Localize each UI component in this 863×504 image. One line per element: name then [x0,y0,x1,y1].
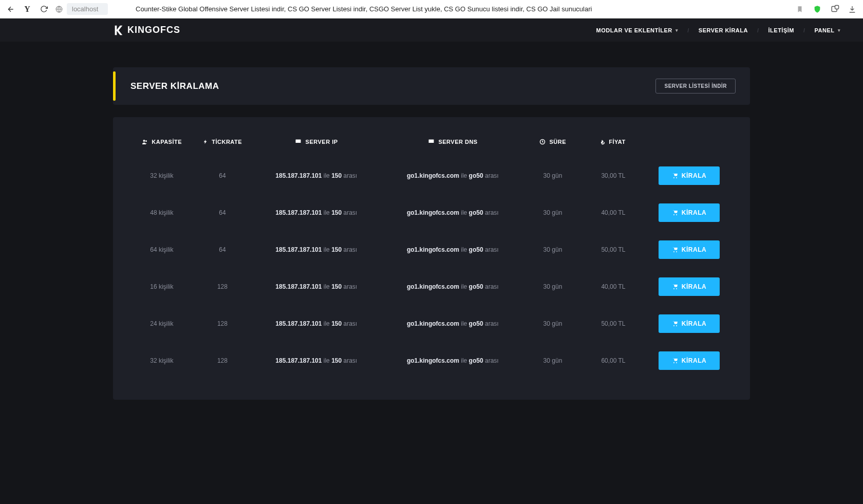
browser-chrome: Y localhost Counter-Stike Global Offensi… [0,0,863,18]
cell-action: KİRALA [644,268,735,305]
cell-dns: go1.kingofcs.com ile go50 arası [383,305,522,342]
svg-point-3 [143,140,145,142]
cart-icon [672,321,679,327]
col-price: ₺ FİYAT [583,133,644,157]
rent-button[interactable]: KİRALA [659,166,720,185]
extension-icon[interactable] [830,5,839,14]
bolt-icon [203,140,210,146]
logo[interactable]: KINGOFCS [113,25,180,36]
table-header-row: KAPASİTE TİCKRATE SERVER IP [128,133,735,157]
url-text: localhost [67,3,108,15]
cell-ip: 185.187.187.101 ile 150 arası [250,305,383,342]
cell-dns: go1.kingofcs.com ile go50 arası [383,268,522,305]
cell-duration: 30 gün [522,268,583,305]
cell-tickrate: 128 [195,342,250,379]
clock-icon [539,140,548,146]
nav-server-rent[interactable]: SERVER KİRALA [697,27,750,33]
cell-capacity: 24 kişilik [128,305,195,342]
cell-ip: 185.187.187.101 ile 150 arası [250,231,383,268]
rent-button[interactable]: KİRALA [659,314,720,333]
lira-icon: ₺ [601,139,607,145]
cell-action: KİRALA [644,305,735,342]
table-row: 32 kişilik128185.187.187.101 ile 150 ara… [128,342,735,379]
logo-icon [113,25,124,36]
cell-dns: go1.kingofcs.com ile go50 arası [383,342,522,379]
cell-tickrate: 64 [195,231,250,268]
cell-capacity: 32 kişilik [128,157,195,194]
download-server-list-button[interactable]: SERVER LİSTESİ İNDİR [655,79,736,94]
cell-capacity: 64 kişilik [128,231,195,268]
col-tickrate: TİCKRATE [195,133,250,157]
rent-button[interactable]: KİRALA [659,277,720,296]
col-duration: SÜRE [522,133,583,157]
cell-ip: 185.187.187.101 ile 150 arası [250,157,383,194]
cell-duration: 30 gün [522,305,583,342]
cell-dns: go1.kingofcs.com ile go50 arası [383,157,522,194]
svg-rect-2 [835,5,838,9]
users-icon [142,140,150,146]
cell-capacity: 48 kişilik [128,194,195,231]
back-button[interactable] [6,5,15,14]
cell-action: KİRALA [644,231,735,268]
globe-icon [55,6,63,13]
svg-rect-6 [428,140,434,143]
cell-price: 30,00 TL [583,157,644,194]
shield-icon[interactable] [813,5,822,14]
nav-mods[interactable]: MODLAR VE EKLENTİLER ▾ [594,27,681,33]
rent-button[interactable]: KİRALA [659,351,720,370]
yandex-icon[interactable]: Y [23,5,32,14]
cell-duration: 30 gün [522,194,583,231]
nav-panel[interactable]: PANEL ▾ [813,27,842,33]
page-title-chrome: Counter-Stike Global Offensive Server Li… [115,5,788,13]
nav-links: MODLAR VE EKLENTİLER ▾ / SERVER KİRALA /… [594,27,842,33]
table-row: 16 kişilik128185.187.187.101 ile 150 ara… [128,268,735,305]
reload-button[interactable] [39,5,48,14]
svg-point-4 [145,140,147,142]
cell-tickrate: 64 [195,157,250,194]
desktop-icon [295,140,304,146]
server-table: KAPASİTE TİCKRATE SERVER IP [128,133,735,379]
header-card: SERVER KİRALAMA SERVER LİSTESİ İNDİR [113,67,750,105]
cell-dns: go1.kingofcs.com ile go50 arası [383,194,522,231]
page-content: SERVER KİRALAMA SERVER LİSTESİ İNDİR KAP… [0,42,863,431]
table-row: 24 kişilik128185.187.187.101 ile 150 ara… [128,305,735,342]
cart-icon [672,284,679,290]
cell-ip: 185.187.187.101 ile 150 arası [250,268,383,305]
cell-duration: 30 gün [522,231,583,268]
cell-dns: go1.kingofcs.com ile go50 arası [383,231,522,268]
cell-duration: 30 gün [522,342,583,379]
bookmark-icon[interactable] [795,5,804,14]
cell-capacity: 32 kişilik [128,342,195,379]
cell-price: 50,00 TL [583,231,644,268]
col-server-ip: SERVER IP [250,133,383,157]
cart-icon [672,358,679,364]
cell-price: 50,00 TL [583,305,644,342]
cell-duration: 30 gün [522,157,583,194]
table-row: 48 kişilik64185.187.187.101 ile 150 aras… [128,194,735,231]
table-row: 64 kişilik64185.187.187.101 ile 150 aras… [128,231,735,268]
cart-icon [672,210,679,216]
rent-button[interactable]: KİRALA [659,203,720,222]
cart-icon [672,173,679,179]
address-bar[interactable]: localhost [55,3,108,15]
brand-text: KINGOFCS [127,25,180,35]
col-capacity: KAPASİTE [128,133,195,157]
table-row: 32 kişilik64185.187.187.101 ile 150 aras… [128,157,735,194]
download-icon[interactable] [848,5,857,14]
cell-price: 60,00 TL [583,342,644,379]
cell-ip: 185.187.187.101 ile 150 arası [250,194,383,231]
cell-ip: 185.187.187.101 ile 150 arası [250,342,383,379]
col-action [644,133,735,157]
chevron-down-icon: ▾ [838,28,841,33]
cart-icon [672,247,679,253]
cell-capacity: 16 kişilik [128,268,195,305]
col-server-dns: SERVER DNS [383,133,522,157]
server-table-card: KAPASİTE TİCKRATE SERVER IP [113,117,750,400]
cell-price: 40,00 TL [583,268,644,305]
cell-tickrate: 128 [195,305,250,342]
desktop-icon [428,140,437,146]
cell-price: 40,00 TL [583,194,644,231]
nav-contact[interactable]: İLETİŞİM [766,27,796,33]
cell-tickrate: 64 [195,194,250,231]
rent-button[interactable]: KİRALA [659,240,720,259]
